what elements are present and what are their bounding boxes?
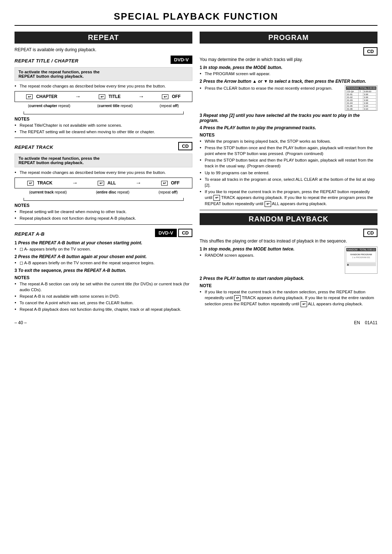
repeat-title-diagram: ↩ CHAPTER → ↩ TITLE → ↩ OFF <box>15 91 192 102</box>
repeat-track-gray-note: To activate the repeat function, press t… <box>15 154 192 167</box>
repeat-ab-notes-title: NOTES <box>15 275 192 280</box>
random-intro: This shuffles the playing order of track… <box>200 239 377 244</box>
repeat-section: REPEAT REPEAT is available only during p… <box>15 32 192 313</box>
repeat-ab-step3: 3 To exit the sequence, press the REPEAT… <box>15 268 192 273</box>
repeat-track-diagram: ↩ TRACK → ↩ ALL → ↩ OFF <box>15 178 192 188</box>
repeat-ab-step2: 2 Press the REPEAT A-B button again at y… <box>15 254 192 266</box>
program-step3: 3 Repeat step [2] until you have selecte… <box>200 113 377 123</box>
program-notes: While the program is being played back, … <box>200 138 377 207</box>
step2-text: Press the REPEAT A-B button again at you… <box>18 254 147 259</box>
repeat-ab: REPEAT A-B DVD-V CD 1 Press the REPEAT A… <box>15 228 192 313</box>
repeat-header: REPEAT <box>15 32 192 44</box>
repeat-track-notes: Repeat setting will be cleared when movi… <box>15 209 192 221</box>
random-header: RANDOM PLAYBACK <box>200 213 377 225</box>
cd-badge-program: CD <box>363 47 377 56</box>
random-note-title: NOTE <box>200 283 377 288</box>
page-title: SPECIAL PLAYBACK FUNCTION <box>15 11 377 26</box>
cd-badge-ab: CD <box>178 229 192 237</box>
program-screen-thumb: PROGRAM TOTAL 0:00:00 CD-Q#T0:00:00 01-0… <box>345 85 377 111</box>
dvdv-badge: DVD-V <box>171 56 192 64</box>
program-step1: 1 In stop mode, press the MODE button. T… <box>200 65 377 77</box>
cd-badge-random: CD <box>363 229 377 237</box>
dvdv-badge-ab: DVD-V <box>155 229 177 237</box>
program-step2: 2 Press the Arrow button ▲ or ▼ to selec… <box>200 79 377 111</box>
repeat-track-sub: (current track repeat) (entire disc repe… <box>15 190 192 194</box>
repeat-title-notes-title: NOTES <box>15 117 192 122</box>
program-notes-title: NOTES <box>200 133 377 138</box>
footer-lang: EN <box>354 320 360 325</box>
right-column: PROGRAM CD You may determine the order i… <box>200 32 377 308</box>
random-step2: 2 Press the PLAY button to start random … <box>200 276 377 281</box>
repeat-intro: REPEAT is available only during playback… <box>15 47 192 52</box>
repeat-track: REPEAT TRACK CD To activate the repeat f… <box>15 141 192 221</box>
program-step4: 4 Press the PLAY button to play the prog… <box>200 125 377 130</box>
footer-page-num: – 40 – <box>15 320 26 325</box>
program-section: PROGRAM CD You may determine the order i… <box>200 32 377 207</box>
repeat-track-notes-title: NOTES <box>15 203 192 208</box>
repeat-title-sub: (current chapter repeat) (current title … <box>15 103 192 108</box>
repeat-title-chapter-subtitle: REPEAT TITLE / CHAPTER <box>15 58 78 64</box>
program-header: PROGRAM <box>200 32 377 44</box>
repeat-ab-step1: 1 Press the REPEAT A-B button at your ch… <box>15 240 192 252</box>
step1-num: 1 <box>15 240 17 245</box>
cd-badge-track: CD <box>178 142 192 150</box>
repeat-ab-notes: The repeat A-B section can only be set w… <box>15 281 192 312</box>
random-note: If you like to repeat the current track … <box>200 289 377 307</box>
repeat-title-body1: The repeat mode changes as described bel… <box>15 83 192 89</box>
footer-code: 01A11 <box>365 320 377 325</box>
step2-num: 2 <box>15 254 17 259</box>
step1-text: Press the REPEAT A-B button at your chos… <box>18 240 142 245</box>
random-screen-thumb: RANDOM TOTAL 0:00:11 RANDOM PROGRAM 1 to… <box>345 247 377 274</box>
repeat-track-body1: The repeat mode changes as described bel… <box>15 170 192 175</box>
repeat-track-subtitle: REPEAT TRACK <box>15 144 53 150</box>
repeat-title-gray-note: To activate the repeat function, press t… <box>15 67 192 81</box>
repeat-title-chapter: REPEAT TITLE / CHAPTER DVD-V To activate… <box>15 54 192 135</box>
program-intro: You may determine the order in which tra… <box>200 57 377 62</box>
repeat-title-notes: Repeat Title/Chapter is not available wi… <box>15 122 192 135</box>
random-section: RANDOM PLAYBACK CD This shuffles the pla… <box>200 213 377 307</box>
repeat-ab-subtitle: REPEAT A-B <box>15 231 45 237</box>
random-step1: 1 In stop mode, press the MODE button tw… <box>200 247 377 274</box>
footer: – 40 – EN 01A11 <box>15 320 377 325</box>
